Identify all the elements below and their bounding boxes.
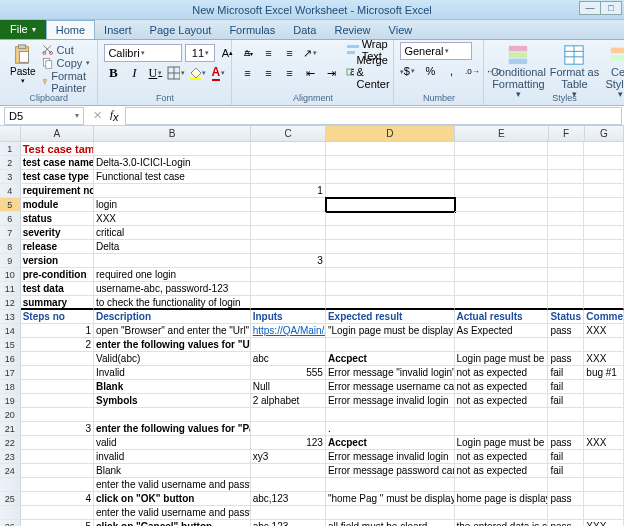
cell[interactable]: version [21,254,94,268]
cell[interactable]: "home Pag " must be displayed [326,492,455,506]
cell[interactable] [326,254,455,268]
row-header[interactable]: 3 [0,170,21,184]
cell[interactable] [326,282,455,296]
cell[interactable]: open "Browser" and enter the "Url" [94,324,251,338]
cell[interactable]: Login page must be displayed [455,436,549,450]
cell[interactable]: bug #1 [584,366,624,380]
cell[interactable]: invalid [94,450,251,464]
increase-indent-button[interactable]: ⇥ [322,64,340,82]
cell[interactable] [455,296,549,310]
cell[interactable]: critical [94,226,251,240]
cell[interactable]: Blank [94,464,251,478]
cell[interactable] [455,422,549,436]
cell[interactable] [548,268,584,282]
comma-button[interactable]: , [442,62,460,80]
row-header[interactable]: 7 [0,226,21,240]
cell[interactable] [21,366,94,380]
cell[interactable] [584,478,624,492]
cell[interactable] [548,198,584,212]
cell[interactable]: Accpect [326,436,455,450]
cell[interactable]: not as expected [455,394,549,408]
cell[interactable] [251,422,326,436]
fill-color-button[interactable] [188,64,206,82]
cell[interactable]: test data [21,282,94,296]
cell[interactable] [21,506,94,520]
cell[interactable] [455,142,549,156]
cell[interactable] [326,184,455,198]
cell[interactable]: fail [548,450,584,464]
row-header[interactable]: 4 [0,184,21,198]
cell[interactable]: 123 [251,436,326,450]
cell[interactable] [21,464,94,478]
cell[interactable] [548,338,584,352]
cell[interactable]: abc,123 [251,520,326,526]
cell[interactable]: Description [94,310,251,324]
select-all-corner[interactable] [0,126,21,141]
cell[interactable] [251,408,326,422]
cell[interactable]: click on "Cancel" button [94,520,251,526]
cell[interactable] [326,506,455,520]
percent-button[interactable]: % [421,62,439,80]
row-header[interactable]: 22 [0,436,21,450]
cell[interactable]: Invalid [94,366,251,380]
cell[interactable] [548,142,584,156]
cell[interactable] [584,408,624,422]
cell[interactable] [251,282,326,296]
cell[interactable] [251,268,326,282]
align-top-button[interactable]: ≡ [238,44,256,62]
cell[interactable]: Accpect [326,352,455,366]
bold-button[interactable]: B [104,64,122,82]
cell[interactable] [21,380,94,394]
cell[interactable]: Comments [584,310,624,324]
align-bottom-button[interactable]: ≡ [280,44,298,62]
cell[interactable]: Delta-3.0-ICICI-Login [94,156,251,170]
cell[interactable] [584,506,624,520]
col-header[interactable]: E [455,126,549,141]
cell[interactable]: status [21,212,94,226]
cell[interactable]: test case type [21,170,94,184]
cell[interactable] [326,212,455,226]
col-header[interactable]: B [94,126,251,141]
cell[interactable] [455,338,549,352]
cell[interactable] [584,268,624,282]
align-middle-button[interactable]: ≡ [259,44,277,62]
cell[interactable] [548,478,584,492]
borders-button[interactable] [167,64,185,82]
number-format-select[interactable]: General [400,42,472,60]
format-painter-button[interactable]: Format Painter [42,70,92,94]
cell[interactable] [326,240,455,254]
cell[interactable] [21,352,94,366]
cell[interactable]: abc,123 [251,492,326,506]
row-header[interactable]: 11 [0,282,21,296]
cell[interactable] [548,422,584,436]
format-as-table-button[interactable]: Format as Table▾ [546,42,602,100]
tab-formulas[interactable]: Formulas [220,21,284,39]
cell[interactable]: 5 [21,520,94,526]
formula-bar[interactable] [125,107,622,125]
cell[interactable] [548,184,584,198]
name-box[interactable]: D5 [4,107,84,125]
underline-button[interactable]: U [146,64,164,82]
cell[interactable]: pass [548,492,584,506]
row-header[interactable]: 24 [0,464,21,478]
cell[interactable]: release [21,240,94,254]
cell[interactable]: not as expected [455,366,549,380]
cell[interactable]: enter the following values for "Password… [94,422,251,436]
worksheet-grid[interactable]: 1Test case tamplate2test case nameDelta-… [0,142,624,526]
cell[interactable] [326,226,455,240]
cell[interactable]: Error message password cannot be [326,464,455,478]
cell[interactable] [251,506,326,520]
cell[interactable]: Expected result [326,310,455,324]
row-header[interactable]: 19 [0,394,21,408]
cell[interactable]: . [326,422,455,436]
cell[interactable] [455,156,549,170]
cell[interactable] [455,184,549,198]
cut-button[interactable]: Cut [42,44,92,56]
file-tab[interactable]: File [0,19,46,39]
cell[interactable] [251,464,326,478]
cell[interactable]: 1 [251,184,326,198]
row-header[interactable]: 8 [0,240,21,254]
row-header[interactable]: 21 [0,422,21,436]
cell[interactable]: Test case tamplate [21,142,94,156]
cell[interactable] [21,478,94,492]
